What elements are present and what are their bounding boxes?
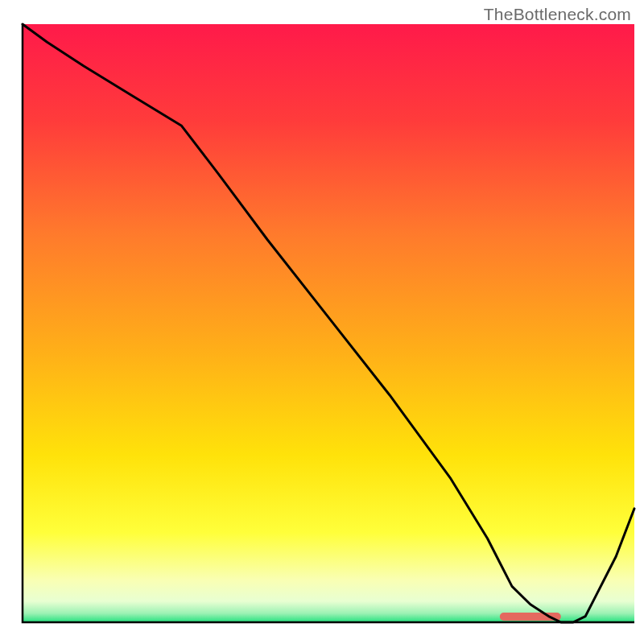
bottleneck-chart (0, 0, 644, 644)
watermark-text: TheBottleneck.com (484, 5, 631, 24)
chart-container: TheBottleneck.com (0, 0, 644, 644)
plot-background (23, 24, 634, 622)
